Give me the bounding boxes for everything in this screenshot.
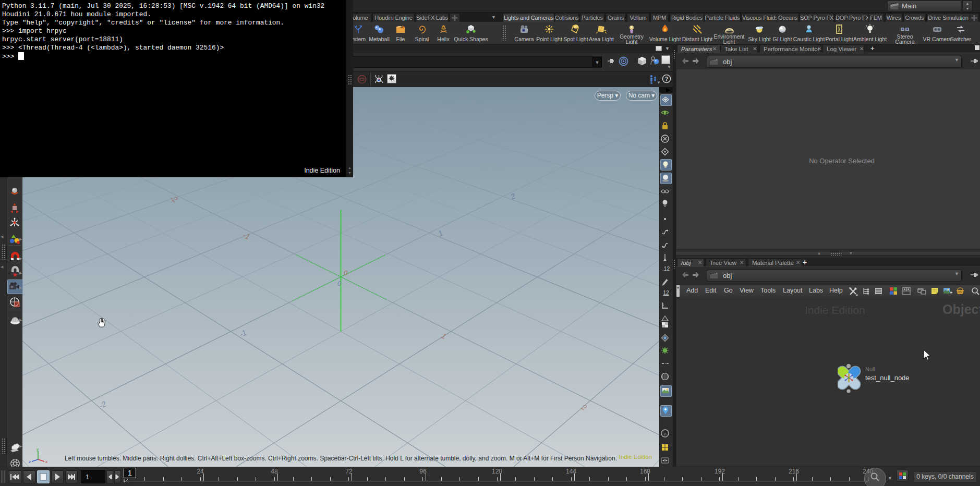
svg-text:?: ? (665, 76, 669, 82)
svg-text:0: 0 (337, 280, 342, 287)
svg-text:x: x (45, 459, 47, 464)
svg-text:z: z (29, 459, 31, 464)
svg-text:0: 0 (344, 269, 348, 277)
svg-text:i: i (664, 431, 666, 436)
svg-text:y: y (37, 447, 39, 452)
